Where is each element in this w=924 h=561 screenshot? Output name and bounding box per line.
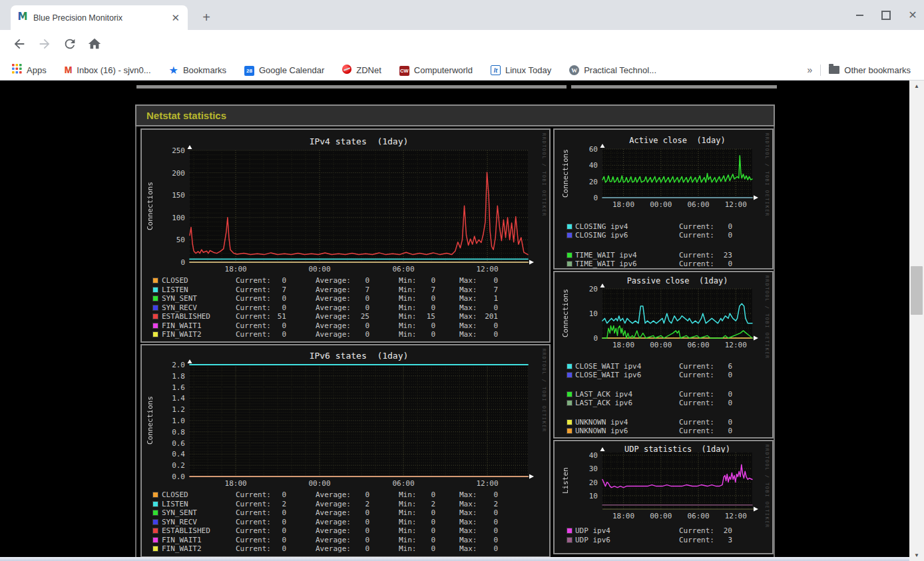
- legend-swatch: [152, 331, 158, 337]
- y-tick: 40: [565, 451, 598, 460]
- legend-label: TIME_WAIT ipv4: [575, 252, 637, 260]
- new-tab-button[interactable]: +: [197, 8, 216, 27]
- bookmark-apps[interactable]: Apps: [12, 64, 47, 76]
- chart-passive-close: Passive close (1day)RRDTOOL / TOBI OETIK…: [553, 271, 774, 439]
- legend-value: 0: [474, 518, 498, 526]
- legend-swatch: [567, 372, 573, 378]
- legend-label: CLOSED: [162, 277, 188, 285]
- legend-value: 0: [262, 545, 286, 553]
- y-tick: 250: [152, 146, 185, 155]
- legend-value: 0: [262, 331, 286, 339]
- bookmark-inbox-16-sjvn0[interactable]: MInbox (16) - sjvn0...: [65, 65, 151, 75]
- legend-swatch: [152, 537, 158, 543]
- legend-label: ESTABLISHED: [162, 313, 210, 321]
- legend-swatch: [152, 295, 158, 301]
- maximize-button[interactable]: [881, 11, 891, 20]
- apps-grid-icon: [12, 64, 22, 76]
- legend-value: 0: [474, 527, 498, 535]
- legend-value: 0: [474, 491, 498, 499]
- y-tick: 0.2: [152, 461, 185, 470]
- legend-value: 0: [706, 371, 732, 379]
- tab-title: Blue Precision Monitorix: [33, 13, 170, 23]
- close-window-button[interactable]: ✕: [908, 11, 917, 20]
- legend-label: SYN_RECV: [162, 304, 197, 312]
- legend-label: LISTEN: [162, 500, 188, 508]
- bookmark-label: Bookmarks: [183, 65, 226, 75]
- legend-value: 0: [346, 304, 369, 312]
- bookmark-zdnet[interactable]: ZDNet: [342, 65, 381, 76]
- legend-value: 0: [706, 260, 732, 268]
- legend-swatch: [567, 252, 573, 258]
- legend-value: 3: [706, 536, 732, 544]
- bookmark-bookmarks[interactable]: ★Bookmarks: [169, 64, 226, 77]
- tab-close-icon[interactable]: ✕: [170, 13, 181, 23]
- bookmark-computerworld[interactable]: CWComputerworld: [399, 65, 473, 76]
- home-button[interactable]: [87, 37, 104, 53]
- legend-value: 23: [706, 252, 732, 260]
- chart-udp-statistics: UDP statistics (1day)RRDTOOL / TOBI OETI…: [553, 440, 774, 554]
- legend-value: 0: [706, 419, 732, 427]
- bookmark-label: Practical Technol...: [584, 65, 656, 75]
- legend-label: CLOSED: [162, 491, 188, 499]
- y-tick: 30: [565, 465, 598, 473]
- browser-window: M Blue Precision Monitorix ✕ + ✕ localho…: [0, 0, 924, 561]
- bookmark-label: ZDNet: [356, 65, 381, 75]
- scroll-up-arrow[interactable]: ▲: [909, 81, 924, 92]
- bookmark-practical-technol[interactable]: WPractical Technol...: [569, 65, 656, 76]
- legend-label: FIN_WAIT2: [162, 545, 202, 553]
- legend-value: 51: [262, 313, 286, 321]
- legend-value: 0: [474, 322, 498, 330]
- ipv6-plot: [186, 359, 535, 480]
- scrollbar-thumb[interactable]: [911, 266, 923, 315]
- legend-value: 0: [411, 491, 435, 499]
- scroll-down-arrow[interactable]: ▼: [909, 550, 924, 561]
- y-tick: 60: [565, 145, 598, 154]
- legend-value: 2: [411, 500, 435, 508]
- legend-value: 0: [346, 277, 369, 285]
- scrollbar[interactable]: ▲ ▼: [909, 81, 924, 561]
- chart-active-close: Active close (1day)RRDTOOL / TOBI OETIKE…: [553, 128, 774, 270]
- legend-value: 0: [706, 232, 732, 240]
- bookmark-linux-today[interactable]: ltLinux Today: [491, 65, 551, 76]
- legend-value: 0: [474, 536, 498, 544]
- previous-section-edge: [136, 85, 567, 89]
- legend-value: 0: [474, 277, 498, 285]
- y-tick: 1.6: [152, 383, 185, 392]
- minimize-button[interactable]: [855, 11, 864, 20]
- legend-value: 0: [411, 509, 435, 517]
- previous-section-edge: [571, 85, 777, 89]
- other-bookmarks-label: Other bookmarks: [844, 65, 911, 75]
- legend-label: LISTEN: [162, 286, 188, 294]
- legend-value: 0: [262, 527, 286, 535]
- legend-swatch: [567, 224, 573, 230]
- y-tick: 10: [565, 309, 598, 318]
- linux-today-icon: lt: [491, 65, 501, 76]
- legend-value: 0: [346, 545, 369, 553]
- other-bookmarks[interactable]: Other bookmarks: [829, 65, 911, 75]
- reload-button[interactable]: [63, 37, 79, 53]
- bookmark-label: Apps: [27, 65, 47, 75]
- legend-swatch: [567, 261, 573, 267]
- legend-value: 0: [474, 331, 498, 339]
- legend-value: 0: [262, 536, 286, 544]
- legend-value: 201: [474, 313, 498, 321]
- browser-tab[interactable]: M Blue Precision Monitorix ✕: [11, 5, 188, 30]
- forward-button[interactable]: [37, 37, 54, 53]
- bookmarks-overflow-chevron[interactable]: »: [808, 65, 813, 75]
- legend-label: SYN_SENT: [162, 295, 197, 303]
- chart-ipv6-states: IPv6 states (1day)RRDTOOL / TOBI OETIKER…: [140, 344, 551, 558]
- passive-plot: [598, 283, 759, 342]
- legend-label: FIN_WAIT1: [162, 536, 202, 544]
- legend-value: 0: [346, 536, 369, 544]
- legend-label: FIN_WAIT2: [162, 331, 202, 339]
- ipv4-plot: [186, 145, 535, 266]
- legend-value: 0: [262, 518, 286, 526]
- legend-value: 0: [411, 295, 435, 303]
- y-tick: 150: [152, 191, 185, 200]
- legend-value: 7: [411, 286, 435, 294]
- legend-swatch: [152, 492, 158, 498]
- udp-plot: [598, 447, 759, 513]
- y-axis-label: Connections: [145, 150, 154, 262]
- back-button[interactable]: [12, 37, 29, 53]
- bookmark-google-calendar[interactable]: 28Google Calendar: [244, 65, 324, 76]
